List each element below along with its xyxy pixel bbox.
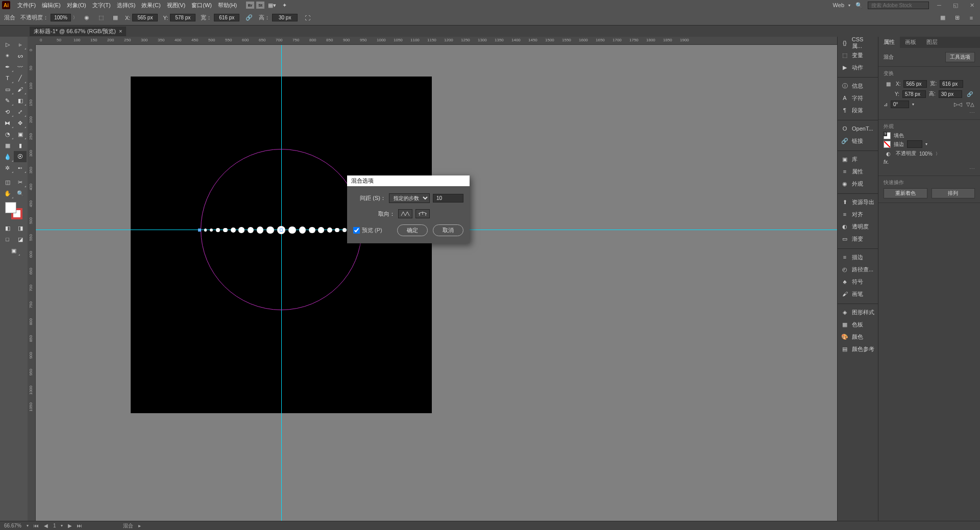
fill-stroke-swatch[interactable]	[5, 202, 22, 219]
menu-view[interactable]: 视图(V)	[164, 1, 189, 10]
panel-item-17[interactable]: ♣符号	[838, 275, 878, 288]
blend-tool[interactable]: ⦿	[14, 151, 27, 162]
panel-item-7[interactable]: 🔗链接	[838, 135, 878, 147]
panel-item-14[interactable]: ▭渐变	[838, 233, 878, 245]
selection-handle[interactable]	[280, 229, 283, 232]
canvas[interactable]	[36, 45, 837, 521]
opacity-dropdown-icon[interactable]: 〉	[73, 15, 77, 20]
draw-mode-behind[interactable]: ◪	[14, 234, 27, 245]
tab-artboards[interactable]: 画板	[900, 37, 921, 48]
draw-mode-normal[interactable]: □	[1, 234, 14, 245]
prop-opacity-value[interactable]: 100%	[919, 151, 933, 157]
screen-mode-icon[interactable]: ▣	[8, 245, 20, 256]
panel-item-2[interactable]: ▶动作	[838, 61, 878, 73]
panel-item-21[interactable]: 🎨颜色	[838, 331, 878, 343]
panel-item-19[interactable]: ◈图形样式	[838, 306, 878, 318]
panel-item-16[interactable]: ◴路径查...	[838, 263, 878, 275]
pen-tool[interactable]: ✒	[1, 61, 14, 72]
ok-button[interactable]: 确定	[397, 224, 428, 236]
style-icon[interactable]: ◉	[82, 13, 91, 22]
panel-item-9[interactable]: ≡属性	[838, 165, 878, 178]
selection-tool[interactable]: ▷	[1, 39, 14, 50]
gpu-icon[interactable]: ✦	[280, 1, 289, 10]
menu-effect[interactable]: 效果(C)	[138, 1, 163, 10]
tool-options-button[interactable]: 工具选项	[945, 52, 975, 62]
stock-icon[interactable]: St	[256, 2, 264, 9]
fill-swatch[interactable]	[5, 202, 16, 213]
tab-close-icon[interactable]: ×	[119, 28, 122, 34]
direct-selection-tool[interactable]: ▹	[14, 39, 27, 50]
panel-item-1[interactable]: ⬚变量	[838, 49, 878, 61]
menu-select[interactable]: 选择(S)	[114, 1, 139, 10]
free-transform-tool[interactable]: ✥	[14, 117, 27, 129]
grid-icon[interactable]: ▦	[938, 13, 947, 22]
eraser-tool[interactable]: ◧	[14, 95, 27, 106]
lasso-tool[interactable]: ᔕ	[14, 50, 27, 61]
menu-edit[interactable]: 编辑(E)	[39, 1, 64, 10]
menu-help[interactable]: 帮助(H)	[215, 1, 240, 10]
y-input[interactable]	[170, 14, 195, 21]
slice-tool[interactable]: ✂	[14, 176, 27, 188]
reference-point-icon[interactable]: ▦	[884, 79, 893, 88]
recolor-button[interactable]: 重新着色	[884, 188, 927, 198]
panel-item-13[interactable]: ◐透明度	[838, 220, 878, 233]
rotate-tool[interactable]: ⟲	[1, 106, 14, 117]
menu-file[interactable]: 文件(F)	[14, 1, 39, 10]
panel-item-8[interactable]: ▣库	[838, 153, 878, 165]
prop-h-input[interactable]	[939, 90, 962, 98]
panel-item-6[interactable]: OOpenT...	[838, 122, 878, 135]
prop-x-input[interactable]	[903, 80, 927, 88]
zoom-value[interactable]: 66.67%	[4, 523, 21, 528]
transform-ref-icon[interactable]: ▦	[111, 13, 120, 22]
column-graph-tool[interactable]: ▪▫	[14, 162, 27, 173]
stroke-swatch-prop[interactable]	[884, 141, 891, 148]
ruler-vertical[interactable]: 0501001502002503003504004505005506006507…	[28, 45, 36, 521]
menu-window[interactable]: 窗口(W)	[188, 1, 215, 10]
symbol-sprayer-tool[interactable]: ✲	[1, 162, 14, 173]
constrain-icon[interactable]: ⛶	[303, 13, 312, 22]
close-button[interactable]: ✕	[966, 1, 978, 9]
orient-path-button[interactable]	[415, 209, 430, 218]
panel-item-11[interactable]: ⬆资源导出	[838, 196, 878, 208]
shaper-tool[interactable]: ✎	[1, 95, 14, 106]
panel-item-22[interactable]: ▤颜色参考	[838, 343, 878, 355]
flip-v-icon[interactable]: ▽△	[966, 99, 975, 109]
nav-first-icon[interactable]: ⏮	[34, 523, 39, 528]
rectangle-tool[interactable]: ▭	[1, 84, 14, 95]
mesh-tool[interactable]: ▦	[1, 140, 14, 151]
nav-last-icon[interactable]: ⏭	[77, 523, 82, 528]
x-input[interactable]	[132, 14, 158, 21]
canvas-area[interactable]: 0501001502002503003504004505005506006507…	[28, 37, 837, 521]
gradient-mode-icon[interactable]: ◨	[14, 222, 27, 234]
workspace-switcher[interactable]: Web	[833, 2, 844, 8]
panel-item-0[interactable]: {}CSS 属...	[838, 37, 878, 49]
nav-prev-icon[interactable]: ◀	[44, 523, 48, 528]
paintbrush-tool[interactable]: 🖌	[14, 84, 27, 95]
scale-tool[interactable]: ⤢	[14, 106, 27, 117]
panel-item-20[interactable]: ▦色板	[838, 318, 878, 331]
prop-y-input[interactable]	[902, 90, 926, 98]
tab-layers[interactable]: 图层	[921, 37, 943, 48]
panel-item-10[interactable]: ◉外观	[838, 178, 878, 190]
eyedropper-tool[interactable]: 💧	[1, 151, 14, 162]
artboard-num[interactable]: 1	[53, 523, 56, 528]
document-tab[interactable]: 未标题-1* @ 66.67% (RGB/预览) ×	[30, 27, 126, 36]
panel-menu-icon[interactable]: ≡	[967, 13, 976, 22]
panel-item-4[interactable]: A字符	[838, 92, 878, 104]
panel-item-18[interactable]: 🖌画笔	[838, 288, 878, 300]
opacity-value[interactable]: 100%	[51, 14, 71, 21]
spacing-value-input[interactable]	[433, 194, 463, 203]
h-input[interactable]	[272, 14, 298, 21]
color-mode-icon[interactable]: ◧	[1, 222, 14, 234]
shape-builder-tool[interactable]: ◔	[1, 129, 14, 140]
snap-icon[interactable]: ⊞	[952, 13, 962, 22]
fill-swatch-prop[interactable]: ?	[884, 132, 891, 139]
w-input[interactable]	[214, 14, 239, 21]
line-tool[interactable]: ╱	[14, 72, 27, 84]
cancel-button[interactable]: 取消	[433, 224, 463, 236]
artboard-tool[interactable]: ◫	[1, 176, 14, 188]
width-tool[interactable]: ⧓	[1, 117, 14, 129]
minimize-button[interactable]: ─	[933, 1, 945, 9]
orient-page-button[interactable]	[398, 209, 412, 218]
panel-item-3[interactable]: ⓘ信息	[838, 80, 878, 92]
